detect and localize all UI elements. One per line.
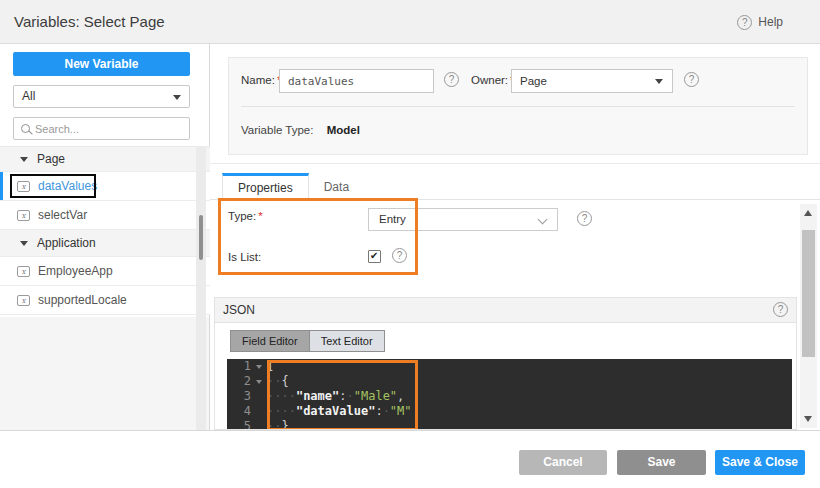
tab-data[interactable]: Data — [309, 173, 364, 200]
json-code-editor[interactable]: 1 [ 2 ··{ 3 ····"name":·"Male", — [227, 359, 792, 430]
caret-down-icon — [655, 79, 663, 84]
tree-item-supportedlocale[interactable]: supportedLocale — [0, 286, 210, 315]
line-number: 2 — [227, 374, 251, 389]
fold-spacer — [251, 404, 267, 419]
sidebar-empty-area — [0, 317, 209, 430]
tree-item-datavalues[interactable]: dataValues — [0, 172, 210, 201]
content-scrollbar-thumb[interactable] — [802, 230, 815, 357]
selected-indicator-bar — [0, 172, 3, 200]
collapse-triangle-icon[interactable] — [20, 157, 28, 162]
variable-icon — [17, 295, 30, 306]
line-number: 4 — [227, 404, 251, 419]
dialog-header: Variables: Select Page ? Help — [0, 0, 820, 44]
tree-item-label: EmployeeApp — [38, 264, 113, 278]
code-line: 2 ··{ — [227, 374, 792, 389]
tree-item-label: selectVar — [38, 208, 87, 222]
collapse-triangle-icon[interactable] — [20, 241, 28, 246]
tree-group-label: Application — [37, 236, 96, 250]
is-list-checkbox[interactable] — [368, 250, 381, 263]
variable-icon — [17, 266, 30, 277]
field-editor-tab[interactable]: Field Editor — [231, 331, 310, 351]
dialog-footer: Cancel Save Save & Close — [0, 430, 820, 488]
editor-mode-toggle: Field Editor Text Editor — [230, 330, 385, 352]
owner-dropdown[interactable]: Page — [511, 69, 673, 93]
tree-item-employeeapp[interactable]: EmployeeApp — [0, 257, 210, 286]
fold-spacer — [251, 389, 267, 404]
line-number: 3 — [227, 389, 251, 404]
name-label: Name:* — [241, 74, 281, 86]
tree-group-label: Page — [37, 152, 65, 166]
code-line: 4 ····"dataValue":·"M" — [227, 404, 792, 419]
search-icon — [21, 124, 30, 133]
scroll-down-icon[interactable] — [804, 416, 812, 422]
chevron-down-icon — [538, 215, 548, 225]
properties-tab-content: Type:* Entry ? Is List: ? JSON ? Field E… — [210, 200, 820, 430]
tree-item-label: supportedLocale — [38, 293, 127, 307]
help-icon[interactable]: ? — [737, 15, 752, 30]
save-and-close-button[interactable]: Save & Close — [715, 450, 805, 475]
variable-icon — [17, 181, 30, 192]
json-panel-header: JSON ? — [215, 298, 796, 323]
fold-spacer — [251, 419, 267, 430]
page-title: Variables: Select Page — [14, 0, 165, 44]
name-input[interactable] — [279, 69, 434, 93]
scroll-up-icon[interactable] — [804, 210, 812, 216]
help-label[interactable]: Help — [758, 15, 783, 29]
variable-type-value: Model — [327, 124, 360, 136]
tree-item-selectvar[interactable]: selectVar — [0, 201, 210, 230]
code-line: 3 ····"name":·"Male", — [227, 389, 792, 404]
type-dropdown[interactable]: Entry — [368, 208, 558, 231]
code-line: 1 [ — [227, 359, 792, 374]
content-scrollbar[interactable] — [800, 204, 817, 428]
is-list-label: Is List: — [228, 251, 261, 263]
variable-type-label: Variable Type: — [241, 124, 313, 136]
cancel-button[interactable]: Cancel — [519, 450, 607, 475]
variable-filter-dropdown[interactable]: All — [13, 85, 190, 108]
variable-type-row: Variable Type: Model — [241, 124, 360, 136]
owner-value: Page — [520, 75, 547, 87]
fold-toggle-icon[interactable] — [251, 374, 267, 389]
new-variable-button[interactable]: New Variable — [13, 52, 190, 76]
type-label: Type:* — [228, 210, 263, 222]
tab-properties[interactable]: Properties — [222, 173, 309, 200]
is-list-help-icon[interactable]: ? — [392, 248, 407, 263]
line-number: 1 — [227, 359, 251, 374]
caret-down-icon — [173, 95, 181, 100]
save-button[interactable]: Save — [617, 450, 706, 475]
fold-toggle-icon[interactable] — [251, 359, 267, 374]
panel-divider — [241, 106, 795, 107]
json-title: JSON — [223, 303, 255, 317]
variable-summary-panel: Name:* ? Owner:* Page ? Variable Type: M… — [228, 57, 808, 155]
tree-item-label: dataValues — [38, 179, 97, 193]
code-line: 5 ··} — [227, 419, 792, 430]
owner-help-icon[interactable]: ? — [684, 72, 699, 87]
json-help-icon[interactable]: ? — [773, 302, 788, 317]
sidebar-scrollbar[interactable] — [196, 146, 206, 430]
sidebar-scrollbar-thumb[interactable] — [199, 215, 203, 260]
detail-tabs: Properties Data — [210, 163, 820, 200]
required-asterisk: * — [258, 210, 262, 222]
search-input[interactable] — [35, 123, 175, 135]
type-value: Entry — [379, 213, 406, 225]
variable-icon — [17, 210, 30, 221]
tree-group-page[interactable]: Page — [0, 146, 210, 172]
help-button[interactable]: ? Help — [737, 0, 783, 44]
text-editor-tab[interactable]: Text Editor — [310, 331, 384, 351]
name-help-icon[interactable]: ? — [444, 72, 459, 87]
type-help-icon[interactable]: ? — [577, 211, 592, 226]
variable-filter-value: All — [22, 89, 35, 103]
variables-sidebar: New Variable All Page dataValues selectV… — [0, 44, 210, 430]
variable-detail-panel: Name:* ? Owner:* Page ? Variable Type: M… — [210, 44, 820, 430]
json-panel: JSON ? Field Editor Text Editor 1 [ 2 — [214, 297, 797, 430]
search-box — [13, 117, 190, 140]
line-number: 5 — [227, 419, 251, 430]
tree-group-application[interactable]: Application — [0, 230, 210, 257]
variables-dialog: Variables: Select Page ? Help New Variab… — [0, 0, 820, 488]
variables-tree: Page dataValues selectVar Application Em… — [0, 146, 210, 315]
owner-label: Owner:* — [471, 74, 515, 86]
